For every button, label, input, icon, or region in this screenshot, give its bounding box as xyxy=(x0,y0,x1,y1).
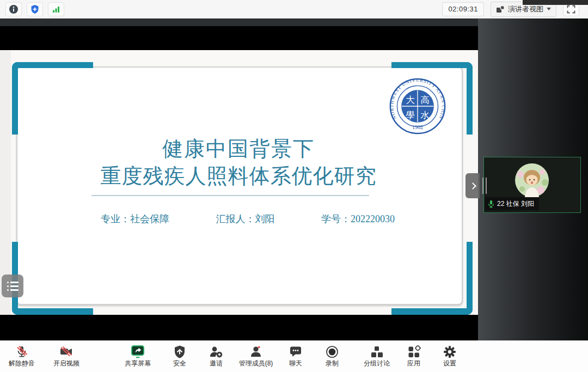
apps-button[interactable]: 应用 xyxy=(399,344,429,369)
mic-on-icon xyxy=(488,200,494,208)
logo-emblem-char: 水 xyxy=(420,110,429,120)
shared-window-bar xyxy=(0,18,478,26)
panel-resize-grip[interactable] xyxy=(482,178,487,194)
panel-collapse-handle[interactable] xyxy=(465,173,480,198)
chat-label: 聊天 xyxy=(289,359,302,368)
record-button[interactable]: 录制 xyxy=(318,344,346,369)
letterbox-bottom xyxy=(0,315,478,340)
camera-off-icon xyxy=(59,344,74,359)
record-icon xyxy=(325,344,339,359)
share-screen-label: 共享屏幕 xyxy=(125,359,151,368)
manage-members-icon xyxy=(249,344,263,359)
info-button[interactable] xyxy=(5,2,22,16)
unmute-button[interactable]: 解除静音 xyxy=(3,344,40,369)
invite-user-icon xyxy=(209,344,224,359)
shared-screen-area: NORTHWEST UNIVERSITY XI'AN CHINA 1902 大 … xyxy=(0,18,478,340)
share-screen-button[interactable]: 共享屏幕 xyxy=(119,344,156,369)
share-screen-icon xyxy=(130,344,146,359)
network-signal-icon xyxy=(51,4,61,14)
manage-members-label: 管理成员(8) xyxy=(239,359,273,368)
letterbox-top xyxy=(0,26,478,50)
major-field: 专业：社会保障 xyxy=(101,212,169,225)
meeting-window: 02:09:31 演讲者视图 xyxy=(0,0,588,372)
invite-label: 邀请 xyxy=(210,359,223,368)
manage-members-button[interactable]: 管理成员(8) xyxy=(231,344,281,369)
logo-emblem-char: 高 xyxy=(420,95,429,105)
topbar-left-group xyxy=(0,2,64,16)
participant-name: 22 社保 刘阳 xyxy=(497,199,534,209)
slide-corner-decoration xyxy=(12,242,93,315)
info-icon xyxy=(9,4,19,14)
slide-corner-decoration xyxy=(12,62,93,135)
security-label: 安全 xyxy=(173,359,186,368)
security-button[interactable]: 安全 xyxy=(166,344,194,369)
university-logo: NORTHWEST UNIVERSITY XI'AN CHINA 1902 大 … xyxy=(389,77,446,135)
chat-button[interactable]: 聊天 xyxy=(281,344,310,369)
invite-button[interactable]: 邀请 xyxy=(202,344,230,369)
top-bar: 02:09:31 演讲者视图 xyxy=(0,0,588,19)
breakout-rooms-label: 分组讨论 xyxy=(364,359,390,368)
chevron-right-icon xyxy=(469,182,476,190)
network-status-button[interactable] xyxy=(48,2,64,16)
apps-label: 应用 xyxy=(407,359,420,368)
slide-title: 健康中国背景下 重度残疾人照料体系优化研究 xyxy=(16,136,461,188)
apps-icon xyxy=(407,344,421,359)
start-video-label: 开启视频 xyxy=(53,359,79,368)
shield-plus-icon xyxy=(30,4,40,14)
dropdown-caret-icon xyxy=(547,8,551,10)
top-right-dark-strip xyxy=(523,0,588,5)
view-mode-label: 演讲者视图 xyxy=(508,4,543,14)
settings-button[interactable]: 设置 xyxy=(434,344,465,369)
title-underline xyxy=(91,195,369,196)
breakout-rooms-button[interactable]: 分组讨论 xyxy=(357,344,396,369)
list-icon xyxy=(7,282,19,283)
chat-icon xyxy=(289,344,303,359)
slide-corner-decoration xyxy=(391,242,473,315)
logo-emblem-char: 學 xyxy=(406,110,414,120)
participant-avatar xyxy=(515,163,549,197)
logo-emblem-char: 大 xyxy=(406,95,414,105)
participant-video-tile[interactable]: 22 社保 刘阳 xyxy=(483,157,581,213)
meeting-timer: 02:09:31 xyxy=(442,2,484,16)
settings-gear-icon xyxy=(443,344,457,359)
slide-title-line1: 健康中国背景下 xyxy=(16,136,461,161)
participant-name-badge: 22 社保 刘阳 xyxy=(485,197,539,210)
settings-label: 设置 xyxy=(443,359,456,368)
start-video-button[interactable]: 开启视频 xyxy=(48,344,85,369)
student-id-field: 学号：202220030 xyxy=(321,212,395,225)
breakout-rooms-icon xyxy=(370,344,384,359)
presentation-stage: NORTHWEST UNIVERSITY XI'AN CHINA 1902 大 … xyxy=(0,50,478,315)
slide-title-line2: 重度残疾人照料体系优化研究 xyxy=(16,163,461,188)
meeting-toolbar: 解除静音 开启视频 共享屏幕 xyxy=(0,340,588,372)
speaker-view-icon xyxy=(496,5,505,13)
presenter-field: 汇报人：刘阳 xyxy=(216,212,275,225)
mic-muted-icon xyxy=(15,344,29,359)
record-label: 录制 xyxy=(326,359,339,368)
slide-info-row: 专业：社会保障 汇报人：刘阳 学号：202220030 xyxy=(101,212,395,225)
unmute-label: 解除静音 xyxy=(9,359,35,368)
security-status-button[interactable] xyxy=(27,2,43,16)
security-shield-icon xyxy=(173,344,186,359)
fullscreen-icon xyxy=(567,5,575,14)
annotation-toolbar-tab[interactable] xyxy=(2,275,23,297)
logo-year: 1902 xyxy=(412,124,423,130)
